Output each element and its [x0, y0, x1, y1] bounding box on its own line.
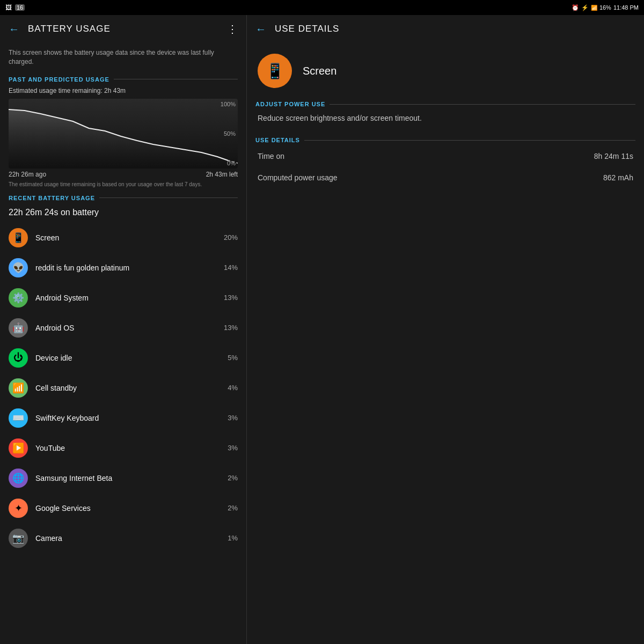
- use-detail-row: Time on8h 24m 11s: [247, 145, 644, 167]
- app-list-item[interactable]: 🤖Android OS13%: [0, 313, 246, 343]
- badge-icon: 16: [15, 4, 25, 11]
- lightning-icon: ⚡: [581, 4, 589, 11]
- detail-row-value: 8h 24m 11s: [594, 152, 633, 160]
- app-percent: 14%: [224, 264, 238, 272]
- app-name: Cell standby: [35, 384, 220, 392]
- app-percent: 3%: [228, 414, 238, 422]
- app-icon-device-idle: ⏻: [9, 348, 28, 368]
- adjust-power-description: Reduce screen brightness and/or screen t…: [247, 109, 644, 133]
- app-usage-list: 📱Screen20%👽reddit is fun golden platinum…: [0, 223, 246, 644]
- screens-container: ← BATTERY USAGE ⋮ This screen shows the …: [0, 15, 644, 644]
- use-details-section-label: USE DETAILS: [247, 133, 644, 145]
- status-bar: 🖼 16 ⏰ ⚡ 📶 16% 11:48 PM: [0, 0, 644, 15]
- app-percent: 13%: [224, 294, 238, 302]
- app-name: Google Services: [35, 504, 220, 513]
- notification-icon: 🖼: [5, 4, 12, 11]
- app-percent: 2%: [228, 504, 238, 512]
- back-button[interactable]: ←: [9, 23, 19, 35]
- detail-rows-container: Time on8h 24m 11sComputed power usage862…: [247, 145, 644, 188]
- app-icon-cell-standby: 📶: [9, 378, 28, 398]
- chart-100-label: 100%: [221, 101, 236, 107]
- estimated-usage-text: Estimated usage time remaining: 2h 43m: [0, 85, 246, 99]
- app-icon-screen: 📱: [9, 228, 28, 247]
- app-list-item[interactable]: 📷Camera1%: [0, 523, 246, 553]
- app-icon-android-system: ⚙️: [9, 288, 28, 308]
- app-icon-swiftkey-keyboard: ⌨️: [9, 408, 28, 428]
- battery-level: 16%: [599, 4, 611, 11]
- signal-icons: 📶: [591, 5, 597, 11]
- use-details-back-button[interactable]: ←: [255, 23, 266, 35]
- app-list-item[interactable]: ⌨️SwiftKey Keyboard3%: [0, 403, 246, 433]
- app-list-item[interactable]: 📱Screen20%: [0, 223, 246, 253]
- chart-time-labels: 22h 26m ago 2h 43m left: [0, 169, 246, 180]
- detail-row-value: 862 mAh: [603, 173, 633, 182]
- app-list-item[interactable]: 📶Cell standby4%: [0, 373, 246, 403]
- menu-button[interactable]: ⋮: [227, 23, 238, 35]
- battery-usage-panel: ← BATTERY USAGE ⋮ This screen shows the …: [0, 15, 247, 644]
- app-icon-google-services: ✦: [9, 499, 28, 518]
- time-display: 11:48 PM: [613, 4, 639, 11]
- app-name: Android System: [35, 294, 216, 302]
- status-bar-right: ⏰ ⚡ 📶 16% 11:48 PM: [247, 0, 644, 15]
- alarm-icon: ⏰: [572, 4, 579, 11]
- chart-0-label: 0%: [221, 160, 236, 166]
- app-list-item[interactable]: ▶️YouTube3%: [0, 433, 246, 463]
- use-details-title: USE DETAILS: [275, 24, 635, 34]
- app-icon-samsung-internet-beta: 🌐: [9, 469, 28, 488]
- past-predicted-section-label: PAST AND PREDICTED USAGE: [0, 72, 246, 85]
- app-percent: 5%: [228, 354, 238, 362]
- screen-icon: 📱: [266, 62, 284, 80]
- app-name: reddit is fun golden platinum: [35, 264, 216, 272]
- app-name: Android OS: [35, 324, 216, 332]
- battery-total-text: 22h 26m 24s on battery: [0, 203, 246, 223]
- app-list-item[interactable]: ⏻Device idle5%: [0, 343, 246, 373]
- app-icon-reddit-is-fun-golden-platinum: 👽: [9, 258, 28, 277]
- app-percent: 2%: [228, 474, 238, 482]
- chart-time-right: 2h 43m left: [206, 171, 238, 178]
- app-icon-camera: 📷: [9, 529, 28, 548]
- app-percent: 20%: [224, 233, 238, 241]
- app-name: SwiftKey Keyboard: [35, 414, 220, 422]
- use-details-panel: ← USE DETAILS 📱 Screen ADJUST POWER USE …: [247, 15, 644, 644]
- use-details-app-row: 📱 Screen: [247, 43, 644, 97]
- use-details-app-icon: 📱: [258, 54, 292, 88]
- status-bar-left: 🖼 16: [0, 0, 247, 15]
- app-list-item[interactable]: ⚙️Android System13%: [0, 283, 246, 313]
- adjust-power-section-label: ADJUST POWER USE: [247, 97, 644, 109]
- app-icon-youtube: ▶️: [9, 438, 28, 458]
- app-percent: 3%: [228, 444, 238, 452]
- app-name: Samsung Internet Beta: [35, 474, 220, 482]
- use-detail-row: Computed power usage862 mAh: [247, 167, 644, 188]
- detail-row-label: Computed power usage: [258, 173, 338, 182]
- app-name: Camera: [35, 534, 220, 543]
- app-name: Device idle: [35, 354, 220, 362]
- app-name: YouTube: [35, 444, 220, 452]
- app-percent: 1%: [228, 534, 238, 542]
- use-details-app-name: Screen: [303, 65, 336, 77]
- detail-row-label: Time on: [258, 152, 284, 160]
- battery-description: This screen shows the battery usage data…: [0, 43, 246, 72]
- app-icon-android-os: 🤖: [9, 318, 28, 338]
- battery-chart-svg: [9, 99, 238, 169]
- app-percent: 4%: [228, 384, 238, 392]
- chart-labels-right: 100% 50% 0%: [221, 99, 236, 169]
- app-list-item[interactable]: 👽reddit is fun golden platinum14%: [0, 253, 246, 283]
- battery-usage-header: ← BATTERY USAGE ⋮: [0, 15, 246, 43]
- page-title: BATTERY USAGE: [28, 24, 218, 34]
- app-list-item[interactable]: 🌐Samsung Internet Beta2%: [0, 463, 246, 493]
- chart-time-left: 22h 26m ago: [9, 171, 46, 178]
- svg-marker-0: [9, 109, 238, 169]
- app-name: Screen: [35, 233, 216, 242]
- chart-note: The estimated usage time remaining is ba…: [0, 180, 246, 191]
- app-list-item[interactable]: ✦Google Services2%: [0, 493, 246, 523]
- app-percent: 13%: [224, 324, 238, 332]
- battery-chart-area: 100% 50% 0%: [9, 99, 238, 169]
- use-details-header: ← USE DETAILS: [247, 15, 644, 43]
- chart-50-label: 50%: [221, 130, 236, 137]
- recent-battery-section-label: RECENT BATTERY USAGE: [0, 191, 246, 203]
